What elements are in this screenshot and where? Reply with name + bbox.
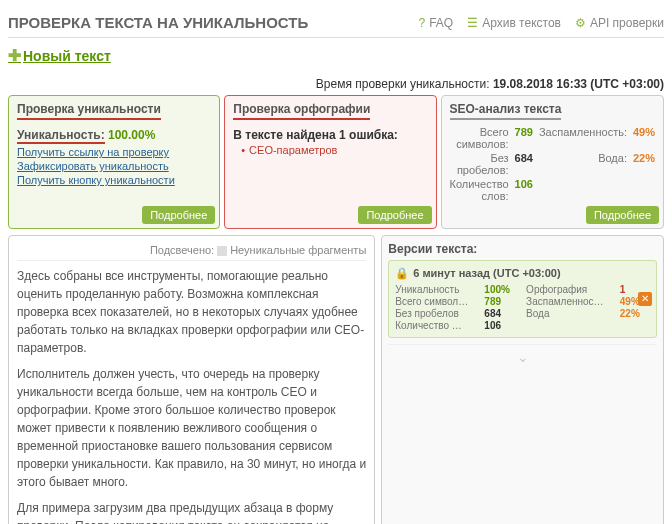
chevron-down-icon[interactable]: ⌄ <box>388 344 657 369</box>
seo-no-spaces: 684 <box>515 152 533 176</box>
faq-link[interactable]: ?FAQ <box>418 16 453 30</box>
highlight-legend: Подсвечено:Неуникальные фрагменты <box>17 244 366 261</box>
api-link[interactable]: ⚙API проверки <box>575 16 664 30</box>
version-item[interactable]: 🔒6 минут назад (UTC +03:00) Уникальность… <box>388 260 657 338</box>
uniq-value: 100.00% <box>108 128 155 142</box>
panel-uniqueness: Проверка уникальности Уникальность: 100.… <box>8 95 220 229</box>
swatch-icon <box>217 246 227 256</box>
text-content[interactable]: Здесь собраны все инструменты, помогающи… <box>17 267 366 524</box>
panel-spell-title: Проверка орфографии <box>233 102 370 120</box>
page-title: ПРОВЕРКА ТЕКСТА НА УНИКАЛЬНОСТЬ <box>8 14 308 31</box>
versions-title: Версии текста: <box>388 242 657 256</box>
archive-icon: ☰ <box>467 16 478 30</box>
uniq-label: Уникальность: <box>17 128 105 144</box>
link-get-url[interactable]: Получить ссылку на проверку <box>17 146 211 158</box>
archive-link[interactable]: ☰Архив текстов <box>467 16 561 30</box>
seo-more-button[interactable]: Подробнее <box>586 206 659 224</box>
spell-error-item: •СЕО-параметров <box>241 144 427 156</box>
spell-more-button[interactable]: Подробнее <box>358 206 431 224</box>
seo-words: 106 <box>515 178 533 202</box>
panel-seo: SEO-анализ текста Всего символов:789 Зас… <box>441 95 665 229</box>
spell-found: В тексте найдена 1 ошибка: <box>233 128 427 142</box>
lock-icon: 🔒 <box>395 267 409 279</box>
panel-uniq-title: Проверка уникальности <box>17 102 161 120</box>
seo-total-chars: 789 <box>515 126 533 150</box>
panel-seo-title: SEO-анализ текста <box>450 102 562 120</box>
help-icon: ? <box>418 16 425 30</box>
panel-spelling: Проверка орфографии В тексте найдена 1 о… <box>224 95 436 229</box>
seo-water: 22% <box>633 152 655 176</box>
seo-spam: 49% <box>633 126 655 150</box>
gear-icon: ⚙ <box>575 16 586 30</box>
text-area-panel: Подсвечено:Неуникальные фрагменты Здесь … <box>8 235 375 524</box>
plus-icon: ✚ <box>8 47 21 64</box>
link-get-button[interactable]: Получить кнопку уникальности <box>17 174 211 186</box>
new-text-button[interactable]: ✚Новый текст <box>8 48 111 64</box>
check-time: Время проверки уникальности: 19.08.2018 … <box>8 73 664 95</box>
link-fix-uniq[interactable]: Зафиксировать уникальность <box>17 160 211 172</box>
delete-version-button[interactable]: ✕ <box>638 292 652 306</box>
versions-panel: Версии текста: 🔒6 минут назад (UTC +03:0… <box>381 235 664 524</box>
uniq-more-button[interactable]: Подробнее <box>142 206 215 224</box>
